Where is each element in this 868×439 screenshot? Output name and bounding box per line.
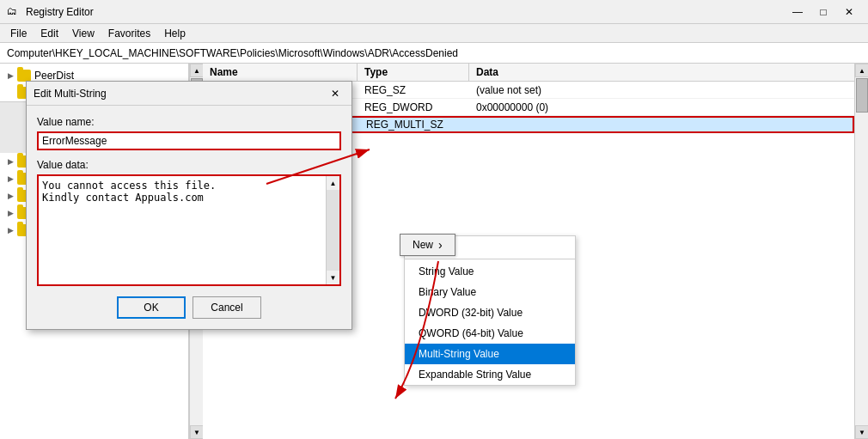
value-data-default: (value not set) [469, 82, 854, 98]
address-path: Computer\HKEY_LOCAL_MACHINE\SOFTWARE\Pol… [7, 47, 458, 59]
expand-workplacejoin[interactable]: ▶ [3, 223, 17, 237]
tree-label-peerdist: PeerDist [34, 70, 74, 82]
value-name-input[interactable] [37, 131, 341, 150]
dialog-title: Edit Multi-String [34, 88, 107, 100]
folder-icon-peerdist [17, 70, 31, 82]
value-type-enabled: REG_DWORD [358, 100, 469, 115]
menu-favorites[interactable]: Favorites [101, 26, 157, 41]
values-scroll-down[interactable]: ▼ [855, 425, 868, 439]
value-type-errormessage: REG_MULTI_SZ [359, 117, 471, 132]
scroll-down-arrow[interactable]: ▼ [190, 425, 204, 439]
values-scrollbar[interactable]: ▲ ▼ [854, 64, 868, 439]
menu-edit[interactable]: Edit [34, 26, 65, 41]
context-menu-string-value[interactable]: String Value [405, 261, 575, 282]
expand-peerdist[interactable]: ▶ [3, 69, 17, 82]
address-bar: Computer\HKEY_LOCAL_MACHINE\SOFTWARE\Pol… [0, 43, 868, 64]
dialog-close-button[interactable]: ✕ [326, 86, 345, 101]
new-label: New [413, 239, 433, 251]
expand-repoint[interactable] [3, 86, 17, 100]
cancel-button[interactable]: Cancel [193, 296, 261, 319]
values-header: Name Type Data [203, 64, 854, 82]
context-menu-dword-value[interactable]: DWORD (32-bit) Value [405, 302, 575, 323]
context-menu-expandable-value[interactable]: Expandable String Value [405, 364, 575, 385]
context-menu: Key String Value Binary Value DWORD (32-… [404, 235, 576, 386]
value-data-container: You cannot access this file. Kindly cont… [37, 174, 341, 286]
maximize-button[interactable]: □ [811, 3, 835, 21]
textarea-scroll-down[interactable]: ▼ [327, 271, 339, 284]
textarea-scroll-track [327, 190, 339, 271]
scroll-up-arrow[interactable]: ▲ [190, 64, 204, 77]
col-header-type: Type [358, 64, 469, 81]
expand-system[interactable]: ▶ [3, 172, 17, 186]
main-container: ▶ PeerDist Repoint ▶ SettingSync ▶ Syste… [0, 64, 868, 439]
close-button[interactable]: ✕ [837, 3, 861, 21]
ok-button[interactable]: OK [117, 296, 186, 319]
minimize-button[interactable]: — [785, 3, 810, 21]
context-menu-binary-value[interactable]: Binary Value [405, 282, 575, 302]
title-bar-controls: — □ ✕ [785, 3, 861, 21]
context-menu-qword-value[interactable]: QWORD (64-bit) Value [405, 323, 575, 344]
dialog-buttons: OK Cancel [37, 296, 341, 319]
value-name-label: Value name: [37, 116, 341, 128]
menu-help[interactable]: Help [157, 26, 193, 41]
context-menu-divider-1 [405, 259, 575, 259]
value-data-errormessage [471, 123, 853, 126]
menu-file[interactable]: File [3, 26, 34, 41]
app-title: Registry Editor [26, 6, 94, 18]
new-submenu-button[interactable]: New › [400, 234, 455, 256]
value-data-label: Value data: [37, 159, 341, 171]
value-data-enabled: 0x00000000 (0) [469, 100, 854, 115]
title-bar-left: 🗂 Registry Editor [7, 5, 94, 19]
col-header-data: Data [469, 64, 854, 81]
menu-view[interactable]: View [65, 26, 101, 41]
new-arrow-icon: › [438, 238, 443, 252]
values-scroll-thumb[interactable] [856, 78, 868, 113]
expand-windowsupdate[interactable]: ▶ [3, 206, 17, 220]
values-scroll-track [855, 77, 868, 425]
value-type-default: REG_SZ [358, 82, 469, 98]
value-data-textarea[interactable]: You cannot access this file. Kindly cont… [39, 176, 326, 284]
col-header-name: Name [203, 64, 358, 81]
textarea-scrollbar[interactable]: ▲ ▼ [326, 176, 339, 284]
context-menu-multistring-value[interactable]: Multi-String Value [405, 344, 575, 364]
values-scroll-up[interactable]: ▲ [855, 64, 868, 77]
edit-multistring-dialog: Edit Multi-String ✕ Value name: Value da… [26, 81, 352, 330]
expand-wcmsvc[interactable]: ▶ [3, 189, 17, 203]
dialog-body: Value name: Value data: You cannot acces… [27, 106, 351, 329]
app-icon: 🗂 [7, 5, 21, 19]
menu-bar: File Edit View Favorites Help [0, 24, 868, 43]
expand-settingsync[interactable]: ▶ [3, 155, 17, 168]
textarea-scroll-up[interactable]: ▲ [327, 176, 339, 190]
dialog-title-bar: Edit Multi-String ✕ [27, 82, 351, 106]
title-bar: 🗂 Registry Editor — □ ✕ [0, 0, 868, 24]
